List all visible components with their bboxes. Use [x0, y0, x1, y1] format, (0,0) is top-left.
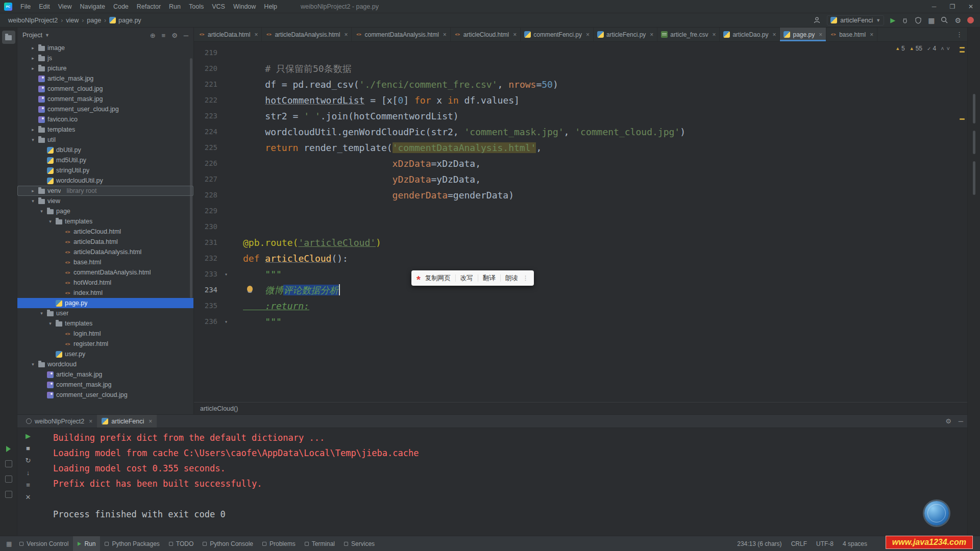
code-line[interactable]: 226 xDzData=xDzData, [194, 156, 967, 171]
close-tab-icon[interactable]: × [712, 31, 716, 38]
editor-breadcrumb[interactable]: articleCloud() [194, 402, 967, 414]
minimize-icon[interactable]: ─ [925, 0, 943, 13]
code-line[interactable]: 227 yDzData=yDzData, [194, 171, 967, 187]
tree-item[interactable]: comment_mask.jpg [17, 380, 193, 390]
run-tab[interactable]: weiboNlpProject2× [21, 415, 97, 428]
tree-item[interactable]: articleCloud.html [17, 227, 193, 237]
close-tab-icon[interactable]: × [513, 31, 517, 38]
statusbar-python-console[interactable]: Python Console [198, 536, 258, 551]
tree-item[interactable]: comment_user_cloud.jpg [17, 104, 193, 114]
code-line[interactable]: 219 [194, 45, 967, 61]
breadcrumb-item[interactable]: view [66, 17, 79, 24]
scroll-to-end-icon[interactable]: ↓ [27, 469, 30, 477]
fold-marker-icon[interactable]: ▾ [225, 314, 228, 330]
tree-item[interactable]: commentDataAnalysis.html [17, 267, 193, 278]
code-line[interactable]: 229 [194, 203, 967, 219]
tree-item[interactable]: user.py [17, 349, 193, 359]
user-icon[interactable] [813, 16, 821, 24]
editor-tab[interactable]: commentFenci.py× [521, 28, 594, 41]
restart-icon[interactable]: ↻ [26, 457, 31, 464]
tree-item[interactable]: ▾templates [17, 216, 193, 227]
code-line[interactable]: 224 wordcloudUtil.genWordCloudPic(str2, … [194, 124, 967, 140]
code-line[interactable]: 233▾ """ [194, 266, 967, 282]
menu-window[interactable]: Window [229, 3, 260, 10]
intention-bulb-icon[interactable] [247, 286, 253, 292]
editor-tab[interactable]: commentDataAnalysis.html× [352, 28, 450, 41]
tree-item[interactable]: ▸image [17, 43, 193, 53]
right-tool-button[interactable] [973, 131, 975, 154]
tree-item[interactable]: ▾view [17, 196, 193, 206]
editor-tab[interactable]: page.py× [780, 28, 826, 41]
tree-item[interactable]: article_mask.jpg [17, 369, 193, 380]
editor-tab[interactable]: articleFenci.py× [594, 28, 657, 41]
tree-item[interactable]: ▸js [17, 53, 193, 63]
close-tab-icon[interactable]: × [650, 31, 653, 38]
close-icon[interactable]: ✕ [962, 0, 980, 13]
code-line[interactable]: 223 str2 = ' '.join(hotCommentwordList) [194, 108, 967, 124]
editor-tab[interactable]: articleData.html× [195, 28, 262, 41]
editor-tab[interactable]: article_fre.csv× [657, 28, 720, 41]
popup-action[interactable]: 朗读 [505, 274, 518, 283]
popup-action[interactable]: 翻译 [483, 274, 496, 283]
tree-item[interactable]: ▸picture [17, 63, 193, 73]
statusbar-python-packages[interactable]: Python Packages [100, 536, 164, 551]
tree-item[interactable]: ▸venvlibrary root [17, 186, 193, 196]
run-tab[interactable]: articleFenci× [97, 415, 157, 428]
tool-window-toggle-icon[interactable]: ▦ [3, 540, 15, 547]
code-line[interactable]: 232def articleCloud(): [194, 251, 967, 266]
right-tool-button[interactable] [973, 161, 975, 195]
collapse-all-icon[interactable]: ≡ [162, 32, 166, 39]
popup-action[interactable]: 复制网页 [425, 274, 451, 283]
avatar[interactable] [967, 17, 974, 23]
statusbar-run[interactable]: Run [73, 536, 100, 551]
tree-item[interactable]: favicon.ico [17, 114, 193, 124]
code-line[interactable]: 231@pb.route('articleCloud') [194, 235, 967, 251]
editor-tab[interactable]: base.html× [826, 28, 877, 41]
tree-item[interactable]: page.py [17, 298, 193, 308]
tree-item[interactable]: stringUtil.py [17, 165, 193, 176]
caret-position[interactable]: 234:13 (6 chars) [737, 540, 781, 547]
indent-style[interactable]: 4 spaces [843, 540, 867, 547]
statusbar-problems[interactable]: Problems [258, 536, 300, 551]
stop-button[interactable]: ■ [26, 444, 30, 452]
tree-item[interactable]: articleData.html [17, 237, 193, 247]
more-tabs-icon[interactable]: ⋮ [951, 31, 967, 38]
menu-navigate[interactable]: Navigate [76, 3, 109, 10]
tree-item[interactable]: hotWord.html [17, 278, 193, 288]
settings-gear-icon[interactable]: ⚙ [954, 17, 961, 24]
code-line[interactable]: 235 :return: [194, 298, 967, 314]
tree-item[interactable]: comment_user_cloud.jpg [17, 390, 193, 400]
terminal-tool-button[interactable] [5, 491, 12, 498]
menu-run[interactable]: Run [165, 3, 185, 10]
menu-code[interactable]: Code [109, 3, 133, 10]
run-console[interactable]: Building prefix dict from the default di… [39, 428, 967, 536]
tree-item[interactable]: articleDataAnalysis.html [17, 247, 193, 257]
menu-help[interactable]: Help [260, 3, 281, 10]
statusbar-services[interactable]: Services [339, 536, 379, 551]
tree-item[interactable]: ▾user [17, 308, 193, 318]
search-icon[interactable] [941, 16, 948, 24]
breadcrumb-item[interactable]: page.py [109, 17, 141, 24]
breadcrumb-item[interactable]: weiboNlpProject2 [8, 17, 58, 24]
close-tab-icon[interactable]: × [819, 31, 822, 38]
menu-vcs[interactable]: VCS [208, 3, 229, 10]
breadcrumb-item[interactable]: page [87, 17, 101, 24]
code-line[interactable]: 228 genderData=genderData) [194, 187, 967, 203]
statusbar-todo[interactable]: TODO [164, 536, 198, 551]
menu-view[interactable]: View [54, 3, 76, 10]
close-tab-icon[interactable]: × [254, 31, 258, 38]
close-tab-icon[interactable]: × [586, 31, 590, 38]
close-tab-icon[interactable]: × [344, 31, 348, 38]
maximize-icon[interactable]: ❐ [943, 0, 962, 13]
tree-item[interactable]: ▸templates [17, 124, 193, 135]
code-line[interactable]: 234 微博评论数据分析 [194, 282, 967, 298]
panel-settings-icon[interactable]: ⚙ [172, 32, 178, 39]
tree-item[interactable]: ▾page [17, 206, 193, 216]
editor-tab[interactable]: articleDao.py× [720, 28, 780, 41]
file-encoding[interactable]: UTF-8 [816, 540, 834, 547]
profiler-icon[interactable]: ▦ [928, 17, 935, 24]
close-tab-icon[interactable]: × [870, 31, 873, 38]
soft-wrap-icon[interactable]: ≡ [26, 481, 30, 489]
fold-marker-icon[interactable]: ▾ [225, 266, 228, 282]
tree-item[interactable]: wordcloudUtil.py [17, 176, 193, 186]
